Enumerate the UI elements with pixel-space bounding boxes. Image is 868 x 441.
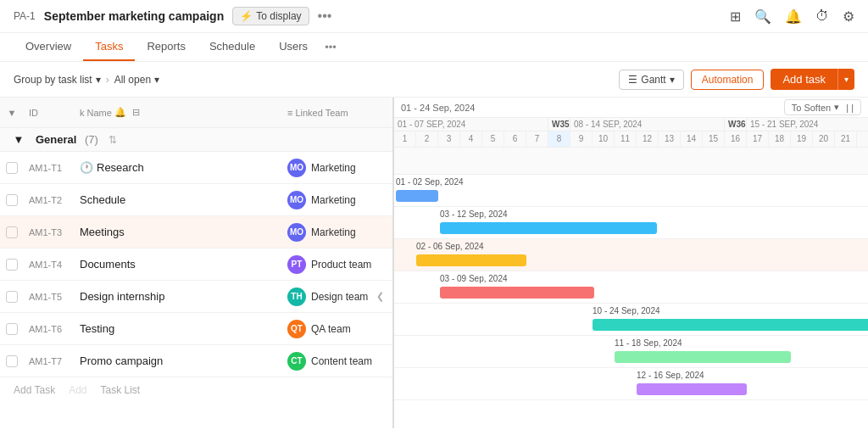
- soften-text: To Soften: [792, 103, 831, 113]
- all-open-button[interactable]: All open ▾: [114, 74, 159, 86]
- search-icon[interactable]: 🔍: [754, 8, 771, 25]
- table-row: AM1-T6 Testing QT QA team: [0, 313, 392, 345]
- gantt-bar-4[interactable]: [440, 287, 594, 299]
- tab-reports[interactable]: Reports: [135, 33, 198, 61]
- gantt-day-9: 9: [570, 131, 593, 147]
- table-header: ▼ ID k Name 🔔 ⊟ ≡ Linked Team: [0, 98, 392, 128]
- gantt-bar-date-label-4: 03 - 09 Sep, 2024: [440, 274, 508, 283]
- project-more-button[interactable]: •••: [318, 8, 332, 24]
- row-linked: PT Product team: [282, 255, 392, 274]
- table-row: AM1-T2 Schedule MO Marketing: [0, 184, 392, 216]
- gantt-bar-date-label-2: 03 - 12 Sep, 2024: [440, 209, 508, 219]
- row-checkbox[interactable]: [6, 226, 18, 238]
- team-avatar: CT: [287, 352, 306, 371]
- gantt-bar-7[interactable]: [637, 383, 747, 395]
- table-row: AM1-T4 Documents PT Product team: [0, 248, 392, 281]
- row-checkbox[interactable]: [6, 259, 18, 271]
- row-checkbox[interactable]: [6, 355, 18, 367]
- add-separator: Add: [69, 384, 86, 396]
- row-linked: MO Marketing: [282, 159, 392, 177]
- team-name: Content team: [311, 355, 372, 367]
- gantt-w35-label: W35: [548, 118, 570, 131]
- row-checkbox[interactable]: [6, 323, 18, 335]
- group-by-label: Group by task list: [14, 74, 92, 86]
- row-name: Promo campaign: [75, 354, 282, 367]
- add-task-group: Add task ▾: [771, 69, 854, 90]
- row-id: AM1-T1: [24, 163, 75, 173]
- gantt-day-7: 7: [526, 131, 548, 147]
- table-body: ▼ General (7) ⇅ AM1-T1 🕐 Research MO Mar…: [0, 128, 392, 428]
- gantt-bar-6[interactable]: [615, 351, 791, 363]
- group-by-button[interactable]: Group by task list ▾: [14, 74, 101, 86]
- toolbar-right: ☰ Gantt ▾ Automation Add task ▾: [619, 69, 854, 90]
- plus-icon[interactable]: ⊞: [730, 8, 741, 25]
- add-task-dropdown-button[interactable]: ▾: [837, 69, 854, 90]
- to-display-button[interactable]: ⚡ To display: [232, 7, 309, 25]
- list-icon: ≡: [287, 108, 292, 118]
- gantt-day-row: 1 2 3 4 5 6 7 8 9 10 11 12 13 14 15 16 1…: [394, 131, 868, 147]
- team-name: Product team: [311, 259, 371, 271]
- soften-button[interactable]: To Soften ▾ | |: [784, 99, 861, 115]
- row-linked: CT Content team: [282, 352, 392, 371]
- timer-icon[interactable]: ⏱: [815, 8, 829, 24]
- gantt-bar-3[interactable]: [416, 254, 526, 266]
- gantt-week3-label: 15 - 21 SEP, 2024: [747, 118, 868, 131]
- row-linked: TH Design team ❮: [282, 287, 392, 306]
- filter-icon[interactable]: ⊟: [132, 107, 140, 118]
- bell-small-icon: 🔔: [114, 107, 126, 118]
- tabs-more-button[interactable]: •••: [320, 34, 342, 60]
- settings-icon[interactable]: ⚙: [843, 8, 854, 25]
- gantt-day-18: 18: [769, 131, 791, 147]
- clock-icon: 🕐: [80, 161, 93, 174]
- team-avatar: MO: [287, 191, 306, 209]
- top-bar: PA-1 September marketing campaign ⚡ To d…: [0, 0, 868, 33]
- gantt-bar-date-label-5: 10 - 24 Sep, 2024: [593, 306, 660, 315]
- add-task-label[interactable]: Add Task: [14, 384, 55, 396]
- chevron-down-icon: ▾: [96, 74, 101, 86]
- gantt-bar-5[interactable]: [593, 319, 868, 331]
- main-content: ▼ ID k Name 🔔 ⊟ ≡ Linked Team ▼ General …: [0, 98, 868, 428]
- gantt-range-header: 01 - 24 Sep, 2024 To Soften ▾ | |: [394, 98, 868, 118]
- tab-overview[interactable]: Overview: [14, 33, 83, 61]
- toolbar: Group by task list ▾ › All open ▾ ☰ Gant…: [0, 62, 868, 98]
- gantt-button[interactable]: ☰ Gantt ▾: [619, 70, 683, 90]
- team-avatar: QT: [287, 320, 306, 338]
- tab-tasks[interactable]: Tasks: [83, 33, 135, 61]
- gantt-week-label: 01 - 07 SEP, 2024: [394, 118, 548, 131]
- add-task-button[interactable]: Add task: [771, 69, 837, 90]
- name-label: k Name: [80, 108, 112, 118]
- group-collapse-icon[interactable]: ▼: [7, 133, 31, 146]
- group-sort-icon[interactable]: ⇅: [108, 134, 117, 146]
- gantt-group-row: [394, 148, 868, 175]
- gantt-lines-icon: ☰: [628, 74, 637, 86]
- gantt-body: 01 - 02 Sep, 2024 03 - 12 Sep, 2024 02 -…: [394, 148, 868, 428]
- gantt-bar-1[interactable]: [396, 190, 438, 202]
- collapse-row-icon[interactable]: ❮: [376, 291, 384, 302]
- gantt-row-7: 12 - 16 Sep, 2024: [394, 368, 868, 400]
- team-name: Marketing: [311, 226, 356, 238]
- row-checkbox[interactable]: [6, 194, 18, 206]
- tab-users[interactable]: Users: [267, 33, 320, 61]
- add-task-list-label[interactable]: Task List: [101, 384, 141, 396]
- gantt-bar-2[interactable]: [440, 222, 657, 234]
- bell-icon[interactable]: 🔔: [785, 8, 802, 25]
- gantt-day-21: 21: [835, 131, 857, 147]
- chevron-down-soften-icon: ▾: [834, 102, 839, 113]
- row-checkbox[interactable]: [6, 162, 18, 174]
- gantt-row-4: 03 - 09 Sep, 2024: [394, 271, 868, 304]
- linked-header: ≡ Linked Team: [282, 108, 392, 118]
- gantt-day-1: 1: [394, 131, 416, 147]
- row-id: AM1-T4: [24, 260, 75, 270]
- gantt-bar-date-label-1: 01 - 02 Sep, 2024: [396, 177, 464, 187]
- row-id: AM1-T5: [24, 292, 75, 302]
- team-avatar: PT: [287, 255, 306, 274]
- tab-schedule[interactable]: Schedule: [198, 33, 267, 61]
- project-code: PA-1: [14, 10, 36, 22]
- team-name: Marketing: [311, 162, 356, 174]
- row-checkbox[interactable]: [6, 291, 18, 303]
- collapse-all-icon[interactable]: ▼: [8, 108, 17, 118]
- gantt-day-20: 20: [813, 131, 835, 147]
- team-avatar: MO: [287, 223, 306, 242]
- gantt-day-19: 19: [791, 131, 813, 147]
- automation-button[interactable]: Automation: [691, 70, 765, 90]
